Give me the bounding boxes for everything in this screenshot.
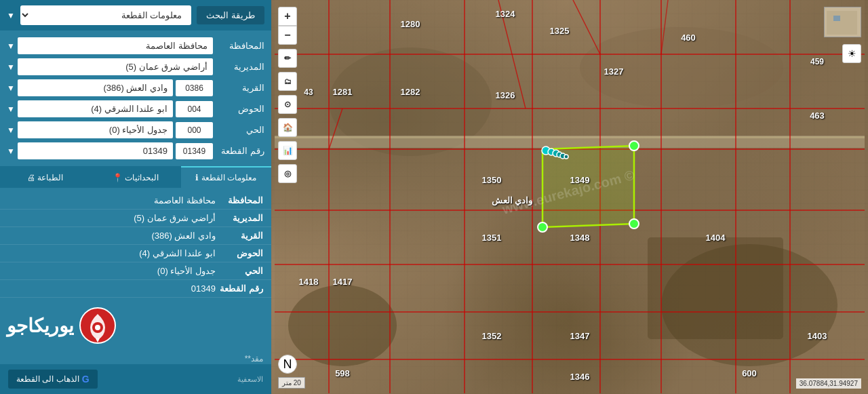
info-key-4: الحي bbox=[216, 266, 263, 276]
info-key-5: رقم القطعة bbox=[216, 283, 263, 294]
info-row-1: المديرية أراضي شرق عمان (5) bbox=[0, 210, 271, 227]
info-val-5: 01349 bbox=[8, 283, 216, 294]
governorate-input[interactable] bbox=[18, 37, 213, 54]
info-val-4: جدول الأحياء (0) bbox=[8, 266, 216, 276]
svg-rect-64 bbox=[827, 11, 857, 35]
chart-button[interactable]: 📊 bbox=[278, 141, 297, 160]
svg-text:1346: 1346 bbox=[570, 372, 590, 382]
parcel-code-input[interactable] bbox=[176, 143, 213, 159]
directorate-input[interactable] bbox=[18, 58, 213, 75]
svg-point-28 bbox=[629, 141, 639, 151]
svg-point-29 bbox=[629, 219, 639, 229]
brightness-button[interactable]: ☀ bbox=[842, 44, 861, 63]
svg-text:1348: 1348 bbox=[570, 233, 590, 243]
basin-label: الحوض bbox=[217, 104, 264, 114]
search-method-button[interactable]: طريقة البحث bbox=[197, 6, 264, 24]
village-input[interactable] bbox=[18, 79, 173, 96]
compass: N bbox=[278, 355, 297, 374]
svg-text:1417: 1417 bbox=[333, 277, 353, 287]
tab-reports[interactable]: 📍 البحداثيات bbox=[90, 166, 180, 188]
info-key-3: الحوض bbox=[216, 248, 263, 258]
zoom-in-button[interactable]: + bbox=[278, 7, 297, 26]
tab-reports-label: البحداثيات bbox=[125, 173, 159, 182]
info-val-3: ابو علندا الشرقي (4) bbox=[8, 248, 216, 258]
governorate-arrow-icon[interactable]: ▼ bbox=[7, 41, 15, 51]
village-arrow-icon[interactable]: ▼ bbox=[7, 83, 15, 93]
svg-text:1404: 1404 bbox=[706, 233, 726, 243]
svg-text:1352: 1352 bbox=[482, 331, 502, 341]
info-icon: ℹ bbox=[195, 173, 199, 182]
neighborhood-row: الحي ▼ bbox=[7, 121, 264, 138]
svg-point-30 bbox=[538, 222, 547, 232]
target-button[interactable]: ◎ bbox=[278, 164, 297, 183]
logo-area: يوريكاجو bbox=[0, 302, 271, 350]
neighborhood-input[interactable] bbox=[18, 121, 173, 138]
village-code-input[interactable] bbox=[176, 80, 213, 96]
parcel-no-input[interactable] bbox=[18, 142, 173, 159]
svg-text:1403: 1403 bbox=[808, 331, 827, 341]
extra-key-0: مقد** bbox=[245, 354, 263, 363]
basin-input[interactable] bbox=[18, 100, 173, 117]
edit-button[interactable]: ✏ bbox=[278, 49, 297, 68]
directorate-row: المديرية ▼ bbox=[7, 58, 264, 75]
neighborhood-arrow-icon[interactable]: ▼ bbox=[7, 125, 15, 135]
directorate-arrow-icon[interactable]: ▼ bbox=[7, 62, 15, 72]
svg-rect-65 bbox=[833, 16, 840, 21]
tab-print[interactable]: 🖨 الطباعة bbox=[0, 166, 90, 188]
svg-text:1350: 1350 bbox=[482, 175, 502, 185]
basin-arrow-icon[interactable]: ▼ bbox=[7, 104, 15, 114]
info-val-1: أراضي شرق عمان (5) bbox=[8, 213, 216, 223]
info-row-5: رقم القطعة 01349 bbox=[0, 280, 271, 298]
svg-text:1347: 1347 bbox=[570, 331, 590, 341]
google-icon: G bbox=[82, 374, 90, 385]
governorate-row: المحافظة ▼ bbox=[7, 37, 264, 54]
tab-parcel-info-label: معلومات القطعة bbox=[201, 173, 256, 182]
svg-point-68 bbox=[95, 325, 100, 330]
goto-parcel-label: الذهاب الى القطعة bbox=[16, 374, 79, 384]
logo-text: يوريكاجو bbox=[7, 315, 74, 337]
location-button[interactable]: ⊙ bbox=[278, 95, 297, 114]
svg-text:1280: 1280 bbox=[401, 19, 420, 29]
mini-map[interactable] bbox=[824, 7, 861, 37]
neighborhood-label: الحي bbox=[217, 125, 264, 135]
logo-text-area: يوريكاجو bbox=[7, 315, 74, 337]
dropdown-arrow-icon: ▼ bbox=[7, 11, 15, 20]
info-section: المحافظة محافظة العاصمة المديرية أراضي ش… bbox=[0, 188, 271, 364]
search-bar: طريقة البحث معلومات القطعة ▼ bbox=[0, 0, 271, 31]
parcel-no-label: رقم القطعة bbox=[217, 146, 264, 156]
layers-button[interactable]: 🗂 bbox=[278, 72, 297, 91]
parcel-no-arrow-icon[interactable]: ▼ bbox=[7, 146, 15, 156]
svg-text:43: 43 bbox=[304, 87, 313, 97]
home-button[interactable]: 🏠 bbox=[278, 118, 297, 137]
zoom-out-button[interactable]: − bbox=[278, 26, 297, 45]
svg-text:460: 460 bbox=[681, 33, 696, 43]
svg-point-36 bbox=[564, 155, 568, 159]
reports-icon: 📍 bbox=[113, 173, 123, 182]
governorate-label: المحافظة bbox=[217, 41, 264, 51]
basin-row: الحوض ▼ bbox=[7, 100, 264, 117]
info-row-2: القرية وادي العش (386) bbox=[0, 227, 271, 245]
svg-text:1351: 1351 bbox=[482, 233, 502, 243]
basin-code-input[interactable] bbox=[176, 101, 213, 117]
info-key-0: المحافظة bbox=[216, 195, 263, 205]
svg-text:463: 463 bbox=[810, 111, 825, 121]
goto-parcel-button[interactable]: G الذهاب الى القطعة bbox=[8, 370, 98, 389]
neighborhood-code-input[interactable] bbox=[176, 122, 213, 138]
logo-icon bbox=[79, 307, 117, 344]
tab-parcel-info[interactable]: ℹ معلومات القطعة bbox=[181, 166, 271, 188]
form-section: المحافظة ▼ المديرية ▼ القرية bbox=[0, 31, 271, 166]
svg-text:1325: 1325 bbox=[550, 26, 570, 36]
info-row-4: الحي جدول الأحياء (0) bbox=[0, 262, 271, 280]
parcel-no-row: رقم القطعة ▼ bbox=[7, 142, 264, 159]
scale-bar: 20 متر bbox=[278, 377, 305, 389]
svg-rect-7 bbox=[275, 136, 865, 138]
svg-text:1327: 1327 bbox=[604, 66, 624, 77]
map-controls: + − ✏ 🗂 ⊙ 🏠 📊 ◎ bbox=[278, 7, 297, 186]
info-type-dropdown[interactable]: معلومات القطعة bbox=[20, 5, 191, 25]
svg-rect-5 bbox=[648, 237, 783, 339]
coordinates-text: 36.07884,31.94927 bbox=[800, 380, 858, 387]
print-icon: 🖨 bbox=[27, 173, 35, 182]
directorate-label: المديرية bbox=[217, 62, 264, 72]
map-container[interactable]: 1324 1280 1325 460 459 1327 1282 1281 13… bbox=[271, 0, 868, 394]
village-row: القرية ▼ bbox=[7, 79, 264, 96]
